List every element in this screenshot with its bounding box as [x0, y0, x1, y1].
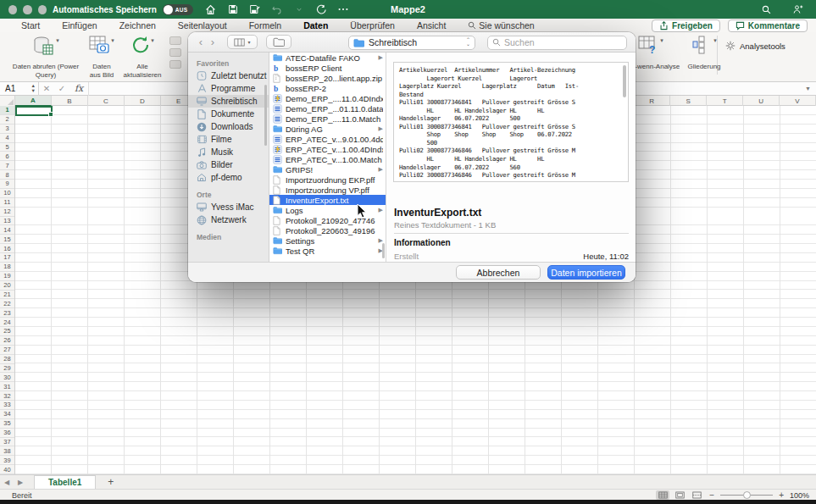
row-header-6[interactable]: 6 [0, 152, 14, 161]
sidebar-item-programme[interactable]: Programme [188, 82, 269, 95]
tab-daten[interactable]: Daten [292, 19, 339, 32]
fx-icon[interactable]: fx [75, 83, 83, 94]
row-header-33[interactable]: 33 [0, 401, 14, 410]
row-header-38[interactable]: 38 [0, 446, 14, 456]
file-row-importzuordnung-vp-pff[interactable]: Importzuordnung VP.pff [269, 185, 386, 195]
file-row-importzuordnung-ekp-pff[interactable]: Importzuordnung EKP.pff [269, 174, 386, 185]
sidebar-item-pf-demo[interactable]: pf-demo [188, 171, 269, 184]
minimize-button[interactable] [23, 5, 31, 14]
enter-icon[interactable]: ✓ [54, 84, 69, 93]
row-header-35[interactable]: 35 [0, 419, 14, 429]
ribbon-button-daten-aus-bild[interactable]: ▾Daten aus Bild [81, 36, 122, 79]
file-row-protokoll-220603-49196[interactable]: Protokoll_220603_49196 [269, 225, 386, 235]
row-header-36[interactable]: 36 [0, 429, 14, 438]
sidebar-item-downloads[interactable]: Downloads [188, 120, 269, 133]
row-header-3[interactable]: 3 [0, 125, 14, 134]
tab-start[interactable]: Start [10, 19, 51, 32]
preview-scrollbar[interactable] [623, 65, 626, 97]
add-sheet-button[interactable]: + [108, 476, 114, 488]
forward-button[interactable]: › [207, 36, 219, 48]
zoom-slider-thumb[interactable] [743, 491, 751, 499]
column-header-S[interactable]: S [670, 96, 707, 106]
pagebreak-view-icon[interactable] [690, 490, 703, 500]
search-icon[interactable] [758, 3, 774, 16]
location-popup[interactable]: Schreibtisch ⌃⌄ [348, 36, 475, 50]
file-row-inventurexport-txt[interactable]: InventurExport.txt [269, 195, 386, 205]
row-header-34[interactable]: 34 [0, 410, 14, 419]
sidebar-item-yvess-imac[interactable]: Yvess iMac [188, 201, 269, 213]
sidebar-item-dokumente[interactable]: Dokumente [188, 108, 269, 120]
row-header-32[interactable]: 32 [0, 391, 14, 401]
undo-icon[interactable] [269, 3, 286, 16]
name-box[interactable]: A1 ▲▼ [0, 82, 39, 96]
sidebar-item-netzwerk[interactable]: Netzwerk [188, 213, 269, 226]
row-header-18[interactable]: 18 [0, 263, 14, 272]
file-row-bosserp-client[interactable]: bbossERP Client [269, 63, 386, 73]
new-folder-button[interactable] [266, 35, 291, 49]
share-button[interactable]: Freigeben [652, 19, 720, 32]
tab-formeln[interactable]: Formeln [238, 19, 293, 32]
close-button[interactable] [8, 5, 17, 14]
sidebar-item-zuletzt-benutzt[interactable]: Zuletzt benutzt [188, 69, 269, 82]
row-header-16[interactable]: 16 [0, 244, 14, 253]
autosave-toggle[interactable]: AUS [163, 4, 193, 15]
file-row-test-qr[interactable]: Test QR▶ [269, 246, 386, 256]
row-header-24[interactable]: 24 [0, 318, 14, 327]
row-header-37[interactable]: 37 [0, 438, 14, 447]
traffic-lights[interactable] [0, 5, 53, 14]
row-header-10[interactable]: 10 [0, 189, 14, 198]
zoom-slider[interactable] [720, 495, 773, 496]
row-header-15[interactable]: 15 [0, 235, 14, 244]
tab-zeichnen[interactable]: Zeichnen [108, 19, 167, 32]
row-header-13[interactable]: 13 [0, 217, 14, 226]
sidebar-item-schreibtisch[interactable]: Schreibtisch [188, 95, 269, 108]
row-header-12[interactable]: 12 [0, 208, 14, 217]
column-header-A[interactable]: A [15, 96, 52, 106]
row-header-27[interactable]: 27 [0, 346, 14, 355]
row-header-20[interactable]: 20 [0, 281, 14, 291]
share-person-icon[interactable] [790, 3, 807, 16]
back-button[interactable]: ‹ [195, 36, 207, 48]
properties-group-partial[interactable] [169, 36, 181, 69]
file-row-d-ring-ag[interactable]: Düring AG▶ [269, 124, 386, 134]
column-header-U[interactable]: U [743, 96, 780, 106]
row-header-21[interactable]: 21 [0, 291, 14, 300]
file-row-atec-datafile-fako[interactable]: ATEC-Datafile FAKO▶ [269, 53, 386, 63]
select-all-corner[interactable] [0, 96, 15, 106]
ribbon-button-alle-aktualisieren[interactable]: ▾Alle aktualisieren [119, 36, 166, 79]
row-header-19[interactable]: 19 [0, 272, 14, 281]
sidebar-scrollbar[interactable] [264, 85, 267, 146]
analysetools-button[interactable]: Analysetools [725, 41, 785, 51]
row-header-29[interactable]: 29 [0, 364, 14, 374]
sidebar-item-bilder[interactable]: Bilder [188, 158, 269, 171]
row-header-22[interactable]: 22 [0, 299, 14, 308]
tab--berpr-fen[interactable]: Überprüfen [339, 19, 406, 32]
file-row-erp-atec-v-9-01-00-4dd[interactable]: ERP_ATEC_v...9.01.00.4dd [269, 134, 386, 144]
file-row-logs[interactable]: Logs▶ [269, 205, 386, 215]
row-header-17[interactable]: 17 [0, 253, 14, 263]
home-icon[interactable] [203, 3, 219, 16]
layout-view-icon[interactable] [673, 490, 686, 500]
sidebar-item-musik[interactable]: Musik [188, 146, 269, 158]
search-field[interactable]: Suchen [487, 36, 627, 50]
row-header-40[interactable]: 40 [0, 465, 14, 474]
row-header-23[interactable]: 23 [0, 308, 14, 318]
name-box-stepper[interactable]: ▲▼ [31, 83, 36, 94]
column-header-R[interactable]: R [634, 96, 670, 106]
tab-einf-gen[interactable]: Einfügen [51, 19, 108, 32]
column-header-D[interactable]: D [125, 96, 161, 106]
redo-icon[interactable] [313, 3, 330, 16]
save-as-icon[interactable] [247, 3, 264, 16]
column-header-V[interactable]: V [780, 96, 816, 106]
save-icon[interactable] [225, 3, 241, 16]
row-header-2[interactable]: 2 [0, 115, 14, 125]
sheet-next-icon[interactable]: ▶ [14, 479, 27, 486]
row-header-4[interactable]: 4 [0, 134, 14, 143]
row-header-5[interactable]: 5 [0, 143, 14, 152]
sheet-tab-tabelle1[interactable]: Tabelle1 [34, 475, 96, 490]
row-header-7[interactable]: 7 [0, 161, 14, 170]
chevron-down-icon[interactable] [291, 3, 308, 16]
file-row-settings[interactable]: Settings▶ [269, 235, 386, 246]
row-header-14[interactable]: 14 [0, 225, 14, 235]
comments-button[interactable]: Kommentare [728, 19, 808, 32]
